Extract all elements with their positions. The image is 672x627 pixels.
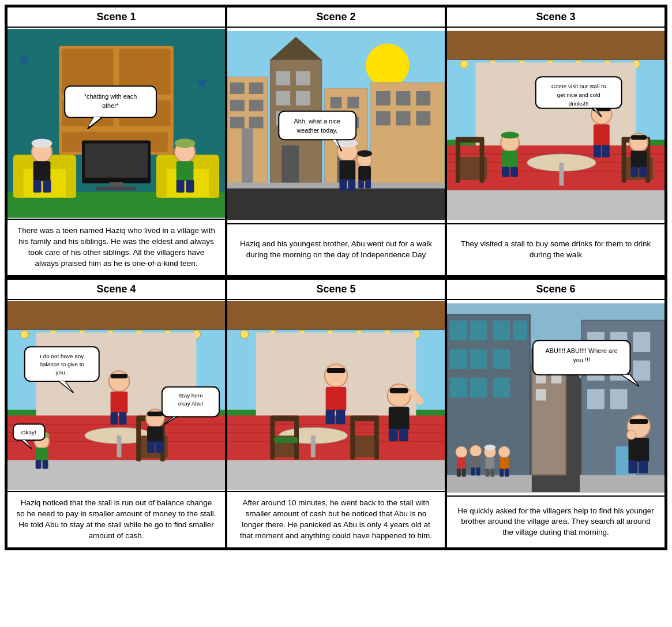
svg-point-141: [21, 331, 29, 339]
svg-rect-124: [502, 151, 518, 168]
svg-text:other*: other*: [102, 102, 119, 109]
svg-rect-120: [594, 145, 601, 157]
svg-rect-46: [249, 117, 264, 129]
svg-rect-260: [587, 389, 605, 410]
svg-rect-263: [447, 475, 532, 492]
svg-text:you..: you..: [56, 369, 68, 376]
svg-text:drinks!!!: drinks!!!: [569, 100, 589, 107]
svg-rect-281: [505, 468, 509, 476]
svg-rect-22: [209, 157, 219, 197]
svg-rect-246: [493, 378, 510, 398]
svg-rect-176: [43, 460, 48, 469]
svg-rect-44: [249, 100, 264, 111]
svg-rect-68: [396, 111, 411, 126]
svg-rect-174: [36, 448, 48, 461]
svg-rect-224: [326, 410, 335, 424]
scene-3-caption: They visited a stall to buy some drinks …: [447, 223, 665, 275]
scene-2-cell: Scene 2: [226, 6, 446, 276]
svg-rect-213: [270, 418, 275, 459]
scene-4-caption: Haziq noticed that the stall is run out …: [7, 491, 225, 547]
svg-rect-128: [630, 135, 647, 140]
scene-3-cell: Scene 3: [446, 6, 666, 276]
svg-rect-244: [450, 378, 467, 398]
svg-point-274: [484, 445, 495, 450]
svg-rect-80: [358, 180, 364, 189]
svg-rect-58: [331, 97, 342, 108]
svg-rect-220: [350, 415, 379, 421]
svg-text:Come visit our stall to: Come visit our stall to: [551, 83, 606, 89]
svg-rect-240: [513, 320, 527, 340]
svg-rect-252: [536, 389, 546, 401]
scene-6-title: Scene 6: [447, 280, 665, 300]
svg-rect-267: [457, 468, 461, 476]
scene-4-cell: Scene 4: [6, 279, 226, 549]
svg-rect-230: [389, 429, 398, 441]
svg-rect-239: [493, 320, 510, 340]
scene-5-image: [227, 300, 445, 491]
svg-point-265: [456, 446, 467, 458]
svg-rect-228: [389, 407, 410, 430]
svg-point-195: [241, 331, 249, 339]
svg-rect-52: [276, 91, 290, 106]
svg-rect-170: [147, 441, 155, 453]
svg-rect-69: [416, 111, 430, 126]
svg-rect-21: [156, 157, 167, 197]
svg-rect-271: [471, 467, 475, 475]
svg-point-24: [32, 138, 52, 148]
svg-text:ABU!!!! ABU!!!! Where are: ABU!!!! ABU!!!! Where are: [545, 347, 617, 354]
svg-rect-165: [111, 412, 118, 425]
svg-rect-227: [390, 388, 408, 393]
svg-rect-64: [376, 91, 391, 106]
svg-rect-272: [476, 467, 480, 475]
svg-rect-47: [242, 128, 253, 191]
svg-rect-66: [416, 91, 430, 106]
scene-6-cell: Scene 6: [446, 279, 666, 549]
svg-text:Okay!: Okay!: [21, 429, 36, 435]
svg-rect-30: [177, 161, 194, 181]
scene-1-cell: Scene 1: [6, 6, 226, 276]
svg-rect-243: [493, 349, 510, 369]
svg-rect-81: [365, 180, 371, 189]
svg-point-78: [357, 150, 372, 157]
svg-point-269: [470, 445, 482, 457]
scene-6-caption: He quickly asked for the villagers help …: [447, 495, 665, 547]
svg-text:you !!!: you !!!: [573, 356, 590, 363]
svg-rect-70: [227, 186, 445, 220]
svg-rect-18: [66, 157, 76, 197]
svg-rect-88: [447, 31, 665, 60]
svg-text:weather today.: weather today.: [296, 127, 337, 134]
svg-rect-71: [227, 183, 445, 189]
svg-rect-126: [510, 167, 518, 177]
svg-rect-277: [490, 468, 494, 476]
svg-point-39: [366, 44, 409, 87]
svg-rect-280: [500, 468, 504, 476]
svg-rect-171: [156, 441, 163, 453]
svg-rect-110: [456, 140, 460, 182]
scene-3-title: Scene 3: [447, 7, 665, 28]
svg-rect-241: [450, 349, 467, 369]
svg-rect-25: [33, 161, 51, 181]
svg-rect-53: [296, 91, 310, 106]
svg-rect-157: [117, 435, 121, 457]
svg-rect-79: [358, 166, 371, 181]
svg-rect-223: [326, 387, 347, 411]
svg-rect-279: [500, 457, 509, 470]
svg-rect-209: [227, 460, 445, 490]
svg-rect-256: [633, 332, 650, 352]
svg-rect-175: [36, 460, 42, 469]
scene-2-image: Ahh, what a nice weather today.: [227, 28, 445, 223]
svg-rect-114: [622, 140, 626, 182]
svg-rect-26: [33, 180, 42, 193]
svg-rect-65: [396, 91, 411, 106]
svg-rect-119: [594, 124, 610, 146]
svg-rect-238: [470, 320, 487, 340]
scene-4-title: Scene 4: [7, 280, 225, 300]
svg-rect-131: [639, 167, 647, 177]
svg-rect-67: [376, 111, 391, 126]
svg-point-29: [175, 138, 196, 148]
svg-rect-242: [470, 349, 487, 369]
svg-rect-76: [348, 179, 355, 191]
svg-rect-130: [630, 167, 638, 177]
svg-rect-163: [111, 374, 128, 378]
svg-rect-27: [43, 180, 51, 193]
